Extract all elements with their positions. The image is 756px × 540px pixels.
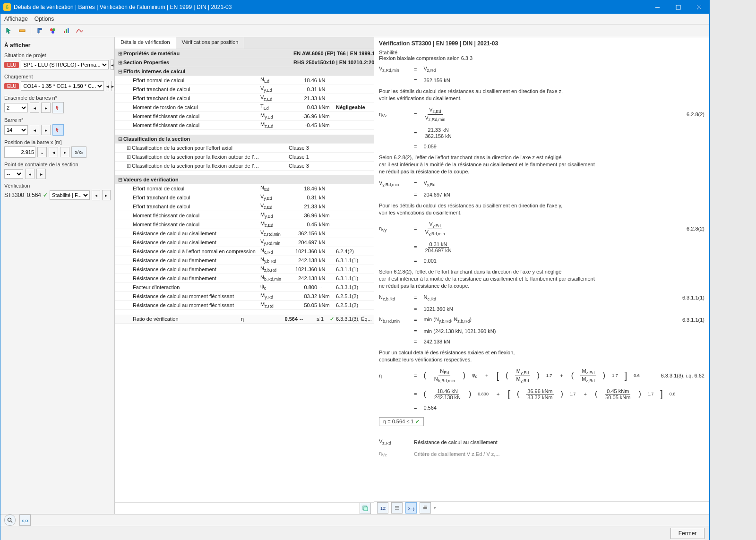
verif-title: Vérification ST3300 | EN 1999 | DIN | 20… [379, 40, 704, 47]
check-icon: ✓ [330, 316, 334, 322]
tool-colors-icon[interactable] [48, 26, 58, 35]
expand-icon[interactable]: ⊞ [117, 163, 132, 169]
tool-ruler-icon[interactable] [17, 26, 27, 35]
verif-ratio: 0.564 [26, 192, 41, 198]
tool-curve-icon[interactable] [75, 26, 84, 35]
result-box: η = 0.564 ≤ 1 ✓ [379, 417, 424, 426]
point-next[interactable]: ▸ [36, 169, 46, 179]
position-input[interactable] [4, 146, 35, 158]
tab-positions[interactable]: Vérifications par position [176, 37, 245, 49]
pos-dropdown[interactable]: ⌄ [37, 147, 47, 157]
situation-prev[interactable]: ◂ [111, 60, 114, 70]
lbl-position: Position de la barre x [m] [4, 139, 111, 145]
lbl-verification: Vérification [4, 183, 111, 189]
situation-select[interactable]: SP1 - ELU (STR/GEO) - Perma... [21, 60, 109, 69]
expand-icon[interactable]: ⊞ [117, 51, 123, 57]
chargement-select[interactable]: CO14 - 1.35 * CC1 + 1.50 * C... [21, 81, 104, 91]
search-icon[interactable] [4, 514, 16, 526]
copy-table-icon[interactable] [360, 503, 371, 514]
check-icon: ✓ [43, 192, 48, 198]
svg-line-21 [11, 521, 12, 523]
tabs: Détails de vérification Vérifications pa… [115, 37, 374, 49]
menu-affichage[interactable]: Affichage [4, 16, 28, 22]
list-mode-icon[interactable] [391, 502, 403, 514]
window-title: Détails de la vérification | Barres | Vé… [14, 4, 647, 10]
svg-rect-12 [364, 507, 368, 511]
svg-rect-18 [423, 507, 427, 509]
statusbar: 0,00 [0, 514, 709, 526]
svg-point-20 [8, 518, 11, 522]
svg-text:0,00: 0,00 [22, 519, 28, 523]
verif-code: ST3300 [4, 192, 24, 198]
formula-panel: Vérification ST3300 | EN 1999 | DIN | 20… [374, 37, 709, 514]
print-icon[interactable] [420, 502, 431, 514]
collapse-icon[interactable]: ⊟ [117, 136, 123, 142]
barre-pick-icon[interactable] [52, 124, 64, 136]
svg-text:123: 123 [380, 506, 386, 511]
lbl-point: Point de contrainte de la section [4, 162, 111, 167]
tool-chart-icon[interactable] [61, 26, 71, 35]
formula-toolbar: 123 x=y ▾ [374, 501, 709, 514]
svg-rect-4 [19, 30, 25, 32]
elu-chip-2: ELU [4, 83, 19, 89]
expand-icon[interactable]: ⊞ [117, 154, 132, 160]
maximize-button[interactable] [668, 0, 688, 14]
barre-select[interactable]: 14 [4, 125, 28, 135]
ensemble-select[interactable]: 2 [4, 103, 28, 112]
expand-icon[interactable]: ⊞ [117, 60, 123, 66]
svg-rect-10 [68, 28, 69, 33]
verif-prev[interactable]: ◂ [92, 190, 100, 200]
svg-rect-1 [676, 5, 680, 9]
svg-rect-19 [424, 506, 427, 507]
pos-next[interactable]: ▸ [60, 147, 69, 157]
svg-point-7 [52, 31, 54, 34]
ens-prev[interactable]: ◂ [30, 103, 39, 113]
tool-section-icon[interactable] [35, 26, 44, 35]
expand-icon[interactable]: ⊞ [117, 145, 132, 151]
details-grid[interactable]: ⊞Propriétés de matériauEN AW-6060 (EP) T… [115, 49, 374, 502]
collapse-icon[interactable]: ⊟ [117, 177, 123, 183]
lbl-situation: Situation de projet [4, 52, 111, 58]
menubar: Affichage Options [0, 14, 709, 25]
formula-body[interactable]: Vérification ST3300 | EN 1999 | DIN | 20… [374, 37, 709, 501]
numeric-mode-icon[interactable]: 123 [377, 502, 388, 514]
toolbar [0, 25, 709, 37]
verif-select[interactable]: Stabilité | F... [50, 190, 90, 200]
lbl-barre: Barre n° [4, 117, 111, 123]
tab-details[interactable]: Détails de vérification [115, 37, 176, 49]
pos-prev[interactable]: ◂ [49, 147, 58, 157]
menu-options[interactable]: Options [34, 16, 54, 22]
left-panel: À afficher Situation de projet ELU SP1 -… [0, 37, 115, 514]
footer: Fermer [0, 526, 709, 540]
point-select[interactable]: -- [4, 169, 23, 179]
charg-next[interactable]: ▸ [111, 81, 114, 91]
pos-xx0-btn[interactable]: x/x₀ [71, 146, 86, 158]
close-button-footer[interactable]: Fermer [670, 528, 704, 539]
minimize-button[interactable] [647, 0, 668, 14]
app-icon: 6 [3, 3, 11, 11]
left-heading: À afficher [4, 42, 111, 49]
svg-rect-8 [64, 31, 65, 33]
formula-mode-icon[interactable]: x=y [405, 502, 417, 514]
lbl-ensemble: Ensemble de barres n° [4, 95, 111, 101]
ens-pick-icon[interactable] [52, 102, 64, 113]
separator [31, 26, 31, 35]
close-button[interactable] [688, 0, 709, 14]
barre-prev[interactable]: ◂ [30, 125, 39, 135]
svg-text:x=y: x=y [408, 506, 414, 511]
tool-cursor-icon[interactable] [4, 26, 14, 35]
collapse-icon[interactable]: ⊟ [117, 69, 123, 75]
titlebar: 6 Détails de la vérification | Barres | … [0, 0, 709, 14]
charg-prev[interactable]: ◂ [106, 81, 109, 91]
point-prev[interactable]: ◂ [25, 169, 34, 179]
svg-rect-9 [66, 29, 67, 33]
ens-next[interactable]: ▸ [41, 103, 51, 113]
decimals-icon[interactable]: 0,00 [19, 514, 31, 526]
lbl-chargement: Chargement [4, 74, 111, 79]
details-panel: Détails de vérification Vérifications pa… [115, 37, 374, 514]
barre-next[interactable]: ▸ [41, 125, 51, 135]
verif-next[interactable]: ▸ [102, 190, 111, 200]
elu-chip: ELU [4, 62, 19, 68]
